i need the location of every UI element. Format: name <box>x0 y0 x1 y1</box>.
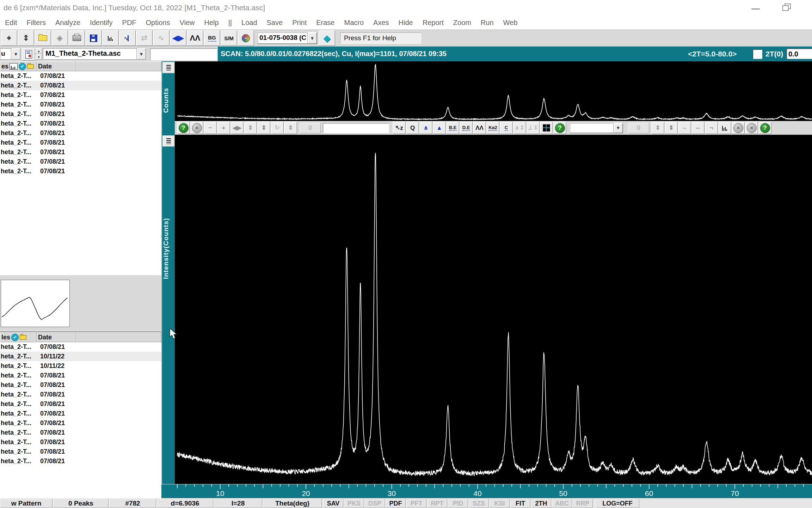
file-list-item[interactable]: heta_2-T...07/08/21 <box>0 418 161 428</box>
file-list-item[interactable]: heta_2-T...07/08/21 <box>0 409 161 418</box>
stretch-horizontal-button[interactable]: ⇔ <box>691 122 705 134</box>
file-list-item[interactable]: heta_2-T...07/08/21 <box>0 81 161 90</box>
stop2-button[interactable]: × <box>745 122 758 134</box>
file-list-item[interactable]: heta_2-T...07/08/21 <box>0 447 161 456</box>
ruler-button-top[interactable] <box>162 62 175 73</box>
help3-button[interactable]: ? <box>758 122 771 134</box>
file-list-item[interactable]: heta_2-T...07/08/21 <box>0 380 161 390</box>
peak-marker-button[interactable]: ∧ <box>419 122 432 134</box>
file-list-item[interactable]: heta_2-T...07/08/21 <box>0 399 161 409</box>
menu-item-load[interactable]: Load <box>241 19 257 27</box>
open-file-button[interactable] <box>35 30 51 46</box>
file-list-item[interactable]: heta_2-T...07/08/21 <box>0 147 161 157</box>
file-list-item[interactable]: heta_2-T...07/08/21 <box>0 167 161 176</box>
file-combo[interactable]: M1_Theta_2-Theta.asc ▼ <box>43 48 146 60</box>
file-list-item[interactable]: heta_2-T...07/08/21 <box>0 371 161 380</box>
menu-item-zoom[interactable]: Zoom <box>453 19 471 27</box>
chevron-down-icon[interactable]: ▼ <box>308 32 317 44</box>
file-list-item[interactable]: heta_2-T...07/08/21 <box>0 119 161 128</box>
menu-item-report[interactable]: Report <box>423 19 444 27</box>
file-list-item[interactable]: heta_2-T...07/08/21 <box>0 456 161 466</box>
data-edit-button[interactable]: D.E <box>460 122 473 134</box>
sm-ratio-button[interactable]: S/M <box>221 30 237 46</box>
help-button[interactable]: ? <box>177 122 190 134</box>
menu-item-save[interactable]: Save <box>267 19 283 27</box>
cursor-tool-button[interactable]: ⌖ <box>1 30 17 46</box>
width-arrows-button[interactable]: ◀▶ <box>170 30 186 46</box>
files-column-header[interactable]: es <box>0 61 37 71</box>
pdf-card-combo[interactable]: 01-075-0038 (C ▼ <box>257 32 317 44</box>
auto-scale-button[interactable]: ⇕ <box>284 122 297 134</box>
kalpha2-strip-button[interactable]: Kα2 <box>486 122 499 134</box>
file-list-item[interactable]: heta_2-T...07/08/21 <box>0 109 161 119</box>
mode-2th-button[interactable]: 2TH <box>531 499 551 508</box>
menu-item-analyze[interactable]: Analyze <box>55 19 80 27</box>
mode-sav-button[interactable]: SAV <box>323 499 343 508</box>
pan-tool-button[interactable]: ¬ <box>705 122 718 134</box>
file-list-item[interactable]: heta_2-T...07/08/21 <box>0 390 161 399</box>
two-theta-zero-input[interactable] <box>787 49 812 59</box>
mode-ksi-button[interactable]: KSI <box>490 499 510 508</box>
file-list-item[interactable]: heta_2-T...07/08/21 <box>0 138 161 147</box>
background-button[interactable]: BG <box>204 30 220 46</box>
files-column-header[interactable]: les <box>0 332 37 342</box>
blank-field[interactable] <box>150 48 217 60</box>
menu-item-erase[interactable]: Erase <box>316 19 334 27</box>
spinner-up-icon[interactable]: ▲ <box>35 48 42 54</box>
bar-scale-button[interactable]: ⊥⇕ <box>527 122 540 134</box>
zoom-in-button[interactable]: + <box>217 122 230 134</box>
peak-fill-button[interactable]: ▲ <box>433 122 446 134</box>
main-chart[interactable] <box>175 135 812 484</box>
menu-item-web[interactable]: Web <box>503 19 518 27</box>
h-expand-button[interactable]: ◀▶ <box>230 122 244 134</box>
grid-toggle-button[interactable] <box>540 122 553 134</box>
chevron-down-icon[interactable]: ▼ <box>137 48 146 60</box>
zoom-out-button[interactable]: − <box>204 122 217 134</box>
profile-line-button[interactable] <box>119 30 136 46</box>
stretch-vertical-button[interactable]: ⇕ <box>665 122 678 134</box>
file-list-item[interactable]: heta_2-T...07/08/21 <box>0 342 161 352</box>
chart-search-input[interactable] <box>323 123 389 133</box>
menu-item-options[interactable]: Options <box>146 19 170 27</box>
menu-item-help[interactable]: Help <box>204 19 219 27</box>
overview-chart[interactable] <box>175 61 812 121</box>
print-button[interactable] <box>68 30 85 46</box>
file-list-item[interactable]: heta_2-T...10/11/22 <box>0 361 161 371</box>
v-expand-button[interactable]: ⇕ <box>257 122 270 134</box>
mode-rrp-button[interactable]: RRP <box>573 499 593 508</box>
smooth-button[interactable]: ∿ <box>153 30 170 46</box>
diamond-gem-button[interactable]: ◆ <box>319 30 335 46</box>
file-list-item[interactable]: heta_2-T...07/08/21 <box>0 90 161 100</box>
minimize-icon[interactable] <box>751 8 760 10</box>
peak-bars-button[interactable] <box>102 30 119 46</box>
left-combo[interactable]: u ▼ <box>0 48 20 60</box>
chevron-down-icon[interactable]: ▼ <box>614 123 623 133</box>
menu-item-edit[interactable]: Edit <box>5 19 17 27</box>
ruler-button-main[interactable] <box>162 135 175 147</box>
menu-item-macro[interactable]: Macro <box>344 19 364 27</box>
document-button[interactable] <box>22 48 35 61</box>
help2-button[interactable]: ? <box>553 122 566 134</box>
sync-button[interactable]: ⇄ <box>136 30 153 46</box>
magnifier-button[interactable]: Q <box>406 122 419 134</box>
shift-vertical-button[interactable]: ⇕ <box>651 122 664 134</box>
spinner-down-icon[interactable]: ▼ <box>35 54 42 60</box>
crystallite-button[interactable]: C <box>500 122 513 134</box>
menu-item-filters[interactable]: Filters <box>26 19 45 27</box>
sort-arrows-button[interactable]: ⇕ <box>18 30 34 46</box>
menu-item-identify[interactable]: Identify <box>90 19 112 27</box>
mode-abc-button[interactable]: ABC <box>552 499 572 508</box>
twin-peaks-button[interactable]: ΛΛ <box>473 122 486 134</box>
overlay-peaks-button[interactable]: ΛΛ <box>187 30 203 46</box>
file-list-item[interactable]: heta_2-T...07/08/21 <box>0 437 161 447</box>
pointer-z-button[interactable]: ↖z <box>393 122 406 134</box>
menu-item-hide[interactable]: Hide <box>399 19 413 27</box>
file-spinner[interactable]: ▲ ▼ <box>35 48 42 60</box>
mode-pdf-button[interactable]: PDF <box>386 499 406 508</box>
mode-rpt-button[interactable]: RPT <box>427 499 447 508</box>
file-list-item[interactable]: heta_2-T...10/11/22 <box>0 352 161 361</box>
menu-item-pdf[interactable]: PDF <box>122 19 136 27</box>
overlay-combo[interactable]: ▼ <box>570 123 623 133</box>
menu-item-axes[interactable]: Axes <box>373 19 389 27</box>
menu-item-[interactable]: || <box>228 19 232 27</box>
